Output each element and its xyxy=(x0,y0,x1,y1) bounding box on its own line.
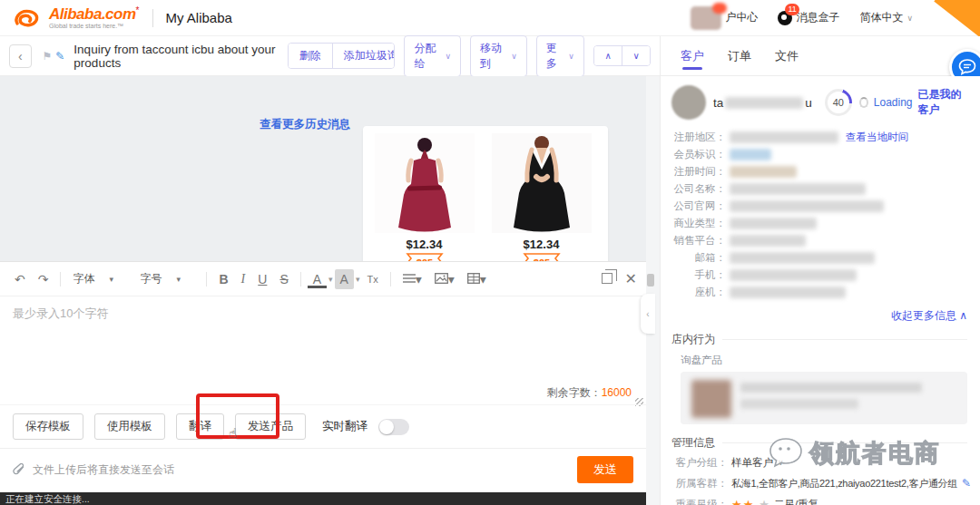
message-placeholder: 最少录入10个字符 xyxy=(13,306,633,322)
redacted-value xyxy=(730,183,866,195)
bold-button[interactable]: B xyxy=(213,269,233,289)
toolbar-separator xyxy=(206,272,207,286)
chevron-down-icon[interactable]: ▾ xyxy=(328,275,333,284)
inquiry-title: Inquiry from taccount icbu about your pr… xyxy=(74,43,276,70)
move-dropdown[interactable]: 移动到 ∨ xyxy=(470,35,527,77)
star-row: 重要星级： ★★ ★ 二星/重复 xyxy=(671,495,967,505)
loading-spinner-icon xyxy=(859,97,868,108)
collapse-more-info-link[interactable]: 收起更多信息 ∧ xyxy=(671,308,967,324)
field-row: 座机： xyxy=(671,284,967,301)
more-label: 更多 xyxy=(546,41,561,72)
user-avatar xyxy=(691,6,721,30)
image-button[interactable]: ▾ xyxy=(429,269,460,289)
collapse-panel-handle[interactable]: ‹ xyxy=(641,294,655,334)
editor-toolbar: ↶ ↷ 字体▾ 字号▾ B I U S A▾ A▾ Tx ▾ ▾ ▾ ✕ xyxy=(0,262,646,296)
inquiry-product-card[interactable] xyxy=(681,372,967,424)
underline-button[interactable]: U xyxy=(252,269,272,289)
redacted-value xyxy=(730,286,846,298)
field-row: 销售平台： xyxy=(671,232,967,249)
my-customer-link[interactable]: 已是我的客户 xyxy=(918,87,967,118)
use-template-button[interactable]: 使用模板 xyxy=(94,413,165,440)
app-title: My Alibaba xyxy=(166,10,232,25)
edit-crowd-icon[interactable]: ✎ xyxy=(962,477,971,490)
field-row: 注册时间： xyxy=(671,163,967,180)
font-size-select[interactable]: 字号▾ xyxy=(134,268,200,289)
chevron-down-icon: ∨ xyxy=(446,52,452,61)
assign-dropdown[interactable]: 分配给 ∨ xyxy=(404,35,461,77)
realtime-translate-toggle[interactable] xyxy=(378,419,409,435)
customer-name: ta u xyxy=(713,96,812,110)
char-count: 剩余字数：16000 xyxy=(547,385,632,401)
message-input[interactable]: 最少录入10个字符 剩余字数：16000 xyxy=(0,296,646,404)
chevron-down-icon: ∨ xyxy=(778,458,784,467)
field-label: 商业类型： xyxy=(671,217,726,230)
group-select[interactable]: 样单客户∨ xyxy=(731,456,784,470)
prev-message-button[interactable]: ∧ xyxy=(594,46,622,65)
customer-score-ring[interactable]: 40 xyxy=(825,89,852,116)
tab-files[interactable]: 文件 xyxy=(775,36,799,75)
undo-icon[interactable]: ↶ xyxy=(9,269,31,289)
save-template-button[interactable]: 保存模板 xyxy=(13,413,83,440)
tab-customer[interactable]: 客户 xyxy=(681,36,704,75)
list-button[interactable]: ▾ xyxy=(397,269,427,289)
table-button[interactable]: ▾ xyxy=(462,269,492,289)
redacted-value xyxy=(730,131,838,143)
user-center-menu[interactable]: 户中心 xyxy=(691,6,758,30)
field-label: 注册地区： xyxy=(671,131,726,144)
field-row: 公司名称： xyxy=(671,180,967,198)
field-row: 邮箱： xyxy=(671,249,967,267)
realtime-translate-label: 实时翻译 xyxy=(322,419,368,434)
text-color-button[interactable]: A xyxy=(308,270,327,288)
product-card[interactable]: $12.34 $25 xyxy=(372,133,476,276)
logo-star: * xyxy=(136,5,140,15)
send-product-button[interactable]: 发送产品 xyxy=(235,413,306,440)
product-price: $12.34 xyxy=(407,238,443,251)
compose-icon[interactable]: ✎ xyxy=(55,50,64,63)
behavior-section-header: 店内行为 xyxy=(671,332,967,347)
alibaba-logo[interactable]: Alibaba.com* Global trade starts here.™ xyxy=(13,6,140,30)
group-value: 样单客户 xyxy=(731,456,773,470)
chevron-down-icon: ∨ xyxy=(906,14,913,23)
chevron-down-icon[interactable]: ▾ xyxy=(356,275,360,284)
clear-format-button[interactable]: Tx xyxy=(361,271,383,287)
more-dropdown[interactable]: 更多 ∨ xyxy=(536,35,584,77)
language-selector[interactable]: 简体中文 ∨ xyxy=(859,10,913,25)
customer-name-prefix: ta xyxy=(713,96,723,110)
redacted-value xyxy=(730,149,771,160)
field-label: 邮箱： xyxy=(671,251,726,265)
customer-header: ta u 40 Loading 已是我的客户 xyxy=(671,85,967,120)
highlight-color-button[interactable]: A xyxy=(335,269,354,289)
star-rating-active-icon[interactable]: ★★ xyxy=(731,498,754,505)
translate-button[interactable]: 翻译 xyxy=(176,413,224,440)
paperclip-icon[interactable] xyxy=(13,463,25,477)
italic-button[interactable]: I xyxy=(236,269,251,289)
star-rating-inactive-icon[interactable]: ★ xyxy=(759,498,769,505)
back-button[interactable]: ‹ xyxy=(9,44,32,68)
message-box-menu[interactable]: 11 消息盒子 xyxy=(778,10,839,25)
tab-orders[interactable]: 订单 xyxy=(728,36,751,75)
font-family-select[interactable]: 字体▾ xyxy=(67,268,132,289)
font-family-label: 字体 xyxy=(73,271,94,286)
user-center-label: 户中心 xyxy=(725,10,758,25)
next-message-button[interactable]: ∨ xyxy=(622,46,650,65)
redacted-thumbnail xyxy=(691,380,731,418)
connection-status-bar: 正在建立安全连接... xyxy=(0,492,660,505)
customer-panel: ta u 40 Loading 已是我的客户 注册地区：查看当地时间 会员标识：… xyxy=(660,76,980,505)
field-row: 商业类型： xyxy=(671,215,967,232)
redacted-value xyxy=(730,235,806,247)
close-icon[interactable]: ✕ xyxy=(625,270,637,287)
delete-button[interactable]: 删除 xyxy=(289,44,332,68)
send-button[interactable]: 发送 xyxy=(577,456,633,483)
redacted-value xyxy=(740,399,858,409)
customer-score: 40 xyxy=(828,92,849,113)
redo-icon[interactable]: ↷ xyxy=(33,269,54,289)
popout-editor-icon[interactable] xyxy=(602,273,612,284)
strikethrough-button[interactable]: S xyxy=(274,269,293,289)
flag-icon[interactable]: ⚑ xyxy=(43,50,53,63)
product-card[interactable]: $12.34 $25 xyxy=(489,133,593,276)
star-value: 二星/重复 xyxy=(774,498,818,505)
mark-spam-button[interactable]: 添加垃圾询盘 xyxy=(332,44,396,68)
scrollbar-thumb[interactable] xyxy=(647,274,654,286)
local-time-link[interactable]: 查看当地时间 xyxy=(846,131,908,144)
inquiry-product-label: 询盘产品 xyxy=(681,354,967,367)
